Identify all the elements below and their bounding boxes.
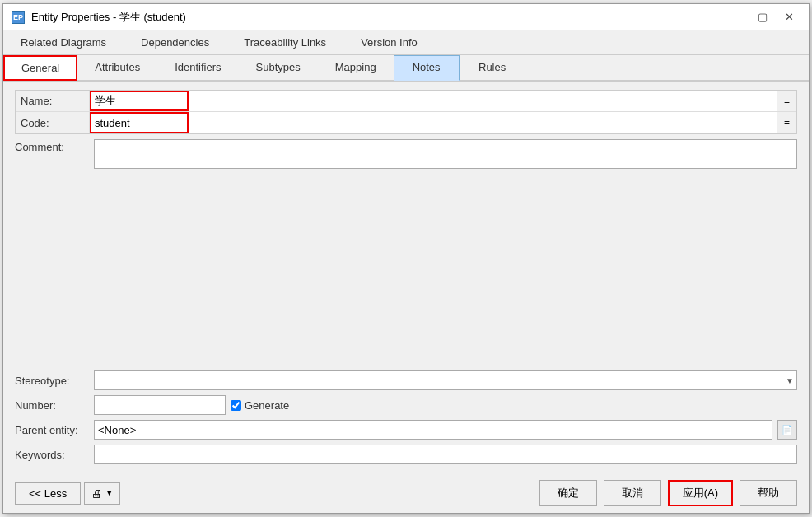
name-label: Name: [16, 91, 90, 111]
stereotype-select[interactable] [94, 370, 797, 390]
name-extend-input[interactable] [189, 91, 777, 111]
name-eq-button[interactable]: = [777, 91, 796, 111]
app-icon: EP [12, 11, 25, 24]
code-extend-input[interactable] [189, 112, 777, 133]
bottom-right-group: 确定 取消 应用(A) 帮助 [539, 480, 797, 506]
parent-entity-browse-button[interactable]: 📄 [777, 420, 797, 440]
confirm-button[interactable]: 确定 [539, 480, 597, 506]
content-area: Name: = Code: = Comment: Stereotype: [3, 82, 809, 473]
bottom-left-group: << Less 🖨 ▼ [15, 482, 120, 505]
tab-subtypes[interactable]: Subtypes [239, 55, 318, 80]
keywords-row: Keywords: [15, 445, 797, 464]
less-button[interactable]: << Less [15, 482, 81, 505]
tab-identifiers[interactable]: Identifiers [157, 55, 238, 80]
close-button[interactable]: ✕ [777, 9, 800, 26]
name-row: Name: = [16, 91, 796, 112]
number-row: Number: Generate [15, 395, 797, 415]
bottom-bar: << Less 🖨 ▼ 确定 取消 应用(A) 帮助 [3, 473, 809, 513]
title-bar-left: EP Entity Properties - 学生 (student) [12, 10, 186, 25]
keywords-input[interactable] [94, 445, 797, 464]
help-button[interactable]: 帮助 [740, 480, 797, 506]
print-button[interactable]: 🖨 ▼ [84, 482, 120, 505]
parent-entity-row: Parent entity: 📄 [15, 420, 797, 440]
tab-traceability-links[interactable]: Traceability Links [226, 30, 343, 54]
code-label: Code: [16, 112, 90, 133]
title-buttons: ▢ ✕ [751, 9, 800, 26]
tab-general[interactable]: General [3, 55, 77, 81]
printer-icon: 🖨 [91, 487, 102, 500]
folder-icon: 📄 [782, 425, 793, 435]
tab-row-2: General Attributes Identifiers Subtypes … [3, 55, 809, 82]
main-window: EP Entity Properties - 学生 (student) ▢ ✕ … [2, 3, 810, 514]
title-bar: EP Entity Properties - 学生 (student) ▢ ✕ [3, 4, 809, 30]
code-row: Code: = [16, 112, 796, 133]
tab-dependencies[interactable]: Dependencies [124, 30, 226, 54]
tab-version-info[interactable]: Version Info [343, 30, 435, 54]
print-dropdown-arrow: ▼ [105, 489, 113, 497]
apply-button[interactable]: 应用(A) [668, 480, 733, 506]
generate-checkbox-label: Generate [231, 399, 289, 412]
parent-entity-input[interactable] [94, 420, 772, 440]
tab-attributes[interactable]: Attributes [77, 55, 157, 80]
cancel-button[interactable]: 取消 [604, 480, 661, 506]
window-title: Entity Properties - 学生 (student) [31, 10, 186, 25]
comment-label: Comment: [15, 139, 89, 153]
tab-rules[interactable]: Rules [460, 55, 525, 80]
generate-label: Generate [245, 399, 289, 412]
comment-textarea[interactable] [94, 139, 797, 169]
number-input[interactable] [94, 395, 226, 415]
number-label: Number: [15, 399, 89, 412]
minimize-button[interactable]: ▢ [751, 9, 774, 26]
tab-mapping[interactable]: Mapping [318, 55, 394, 80]
tab-related-diagrams[interactable]: Related Diagrams [3, 30, 124, 54]
parent-entity-label: Parent entity: [15, 424, 89, 436]
stereotype-label: Stereotype: [15, 375, 89, 387]
tab-notes[interactable]: Notes [394, 55, 460, 81]
generate-checkbox[interactable] [231, 400, 241, 411]
code-eq-button[interactable]: = [777, 112, 796, 133]
name-input[interactable] [90, 91, 189, 111]
tab-row-1: Related Diagrams Dependencies Traceabili… [3, 30, 809, 55]
stereotype-select-wrapper: ▼ [94, 370, 797, 390]
comment-row: Comment: [15, 139, 797, 366]
name-code-container: Name: = Code: = [15, 90, 797, 134]
keywords-label: Keywords: [15, 449, 89, 461]
stereotype-row: Stereotype: ▼ [15, 370, 797, 390]
code-input[interactable] [90, 112, 189, 133]
